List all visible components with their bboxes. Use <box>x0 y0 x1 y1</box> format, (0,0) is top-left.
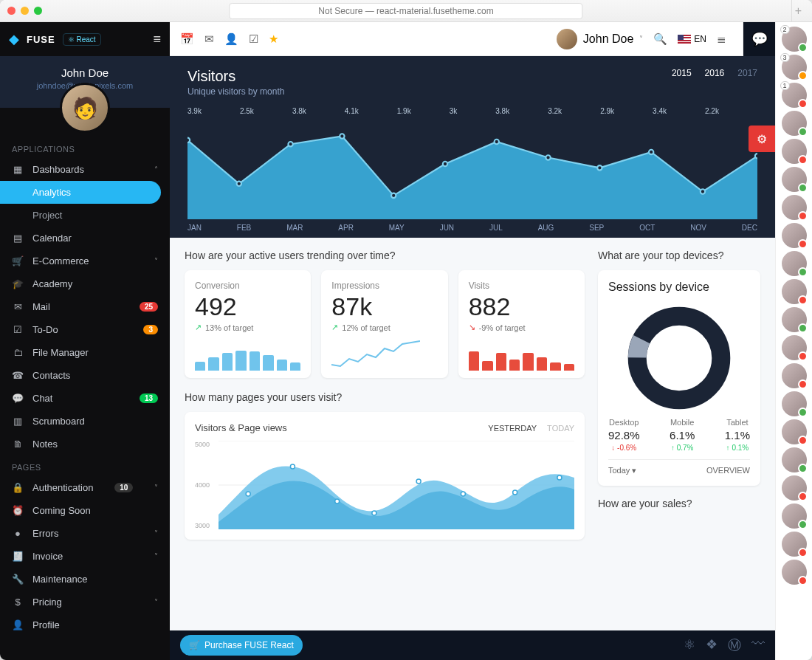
mail-icon[interactable]: ✉ <box>204 32 214 46</box>
year-tabs: 2015 2016 2017 <box>672 68 757 78</box>
checklist-icon[interactable]: ☑ <box>249 32 258 46</box>
sidebar-item-invoice[interactable]: 🧾Invoice˅ <box>0 545 170 568</box>
contact-avatar[interactable] <box>782 223 807 248</box>
sidebar-nav[interactable]: APPLICATIONS ▦Dashboards˄ Analytics Proj… <box>0 137 170 660</box>
contact-avatar[interactable] <box>782 139 807 164</box>
month-label: FEB <box>237 224 251 232</box>
nav-label: Profile <box>32 619 60 630</box>
contact-avatar[interactable] <box>782 532 807 557</box>
sidebar-item-academy[interactable]: 🎓Academy <box>0 272 170 295</box>
contact-avatar[interactable]: 3 <box>782 55 807 80</box>
contact-avatar[interactable] <box>782 560 807 585</box>
tab-2015[interactable]: 2015 <box>672 68 692 78</box>
dashboard-icon: ▦ <box>12 164 24 175</box>
sidebar-item-mail[interactable]: ✉Mail25 <box>0 295 170 318</box>
contact-avatar[interactable] <box>782 195 807 220</box>
contact-avatar[interactable] <box>782 447 807 472</box>
sidebar-item-maintenance[interactable]: 🔧Maintenance <box>0 568 170 591</box>
contact-avatar[interactable] <box>782 307 807 332</box>
traffic-lights[interactable] <box>7 7 42 15</box>
contact-avatar[interactable] <box>782 335 807 360</box>
month-label: OCT <box>639 224 655 232</box>
sidebar-item-authentication[interactable]: 🔒Authentication10˅ <box>0 476 170 499</box>
contact-avatar[interactable]: 2 <box>782 27 807 52</box>
purchase-button[interactable]: 🛒Purchase FUSE React <box>180 635 303 656</box>
tab-2016[interactable]: 2016 <box>705 68 725 78</box>
sidebar-item-project[interactable]: Project <box>0 204 170 227</box>
contacts-icon[interactable]: 👤 <box>224 32 238 46</box>
device-label: Desktop <box>608 418 640 427</box>
chat-panel-toggle[interactable]: 💬 <box>743 22 775 56</box>
device-label: Tablet <box>725 418 750 427</box>
value-label: 3k <box>450 107 458 115</box>
contact-avatar[interactable] <box>782 503 807 529</box>
language-switcher[interactable]: EN <box>678 34 706 44</box>
search-icon[interactable]: 🔍 <box>653 32 667 46</box>
avatar[interactable]: 🧑 <box>60 83 110 133</box>
react-logo-icon: ⚛ <box>684 636 695 654</box>
sidebar-item-dashboards[interactable]: ▦Dashboards˄ <box>0 158 170 181</box>
trend-down-icon: ↘ <box>469 323 475 332</box>
device-delta: ↑ 0.1% <box>725 444 750 452</box>
contact-avatar[interactable] <box>782 475 807 501</box>
range-selector[interactable]: Today ▾ <box>608 466 636 475</box>
nav-category-applications: APPLICATIONS <box>0 137 170 158</box>
sidebar-item-todo[interactable]: ☑To-Do3 <box>0 318 170 341</box>
sidebar-item-pricing[interactable]: $Pricing˅ <box>0 591 170 613</box>
contacts-rail[interactable]: 2 3 1 <box>775 22 812 660</box>
contact-avatar[interactable] <box>782 391 807 416</box>
nav-label: To-Do <box>32 324 58 335</box>
overview-link[interactable]: OVERVIEW <box>706 466 750 475</box>
contact-avatar[interactable] <box>782 111 807 136</box>
contact-avatar[interactable] <box>782 167 807 192</box>
contact-avatar[interactable] <box>782 251 807 276</box>
sidebar: ◆ FUSE ⚛ React ≡ John Doe johndoe@within… <box>0 22 170 660</box>
theme-settings-icon[interactable]: ⚙ <box>749 126 775 152</box>
contact-avatar[interactable] <box>782 419 807 444</box>
sidebar-item-notes[interactable]: 🗎Notes <box>0 433 170 456</box>
tab-2017[interactable]: 2017 <box>737 68 757 78</box>
sidebar-item-calendar[interactable]: ▤Calendar <box>0 227 170 250</box>
user-menu[interactable]: John Doe ˅ <box>557 29 644 49</box>
contact-avatar[interactable] <box>782 279 807 304</box>
close-window-icon[interactable] <box>7 7 16 15</box>
tab-today[interactable]: TODAY <box>547 424 574 433</box>
mail-icon: ✉ <box>12 301 24 312</box>
svg-point-8 <box>597 165 602 170</box>
app-footer: 🛒Purchase FUSE React ⚛ ❖ Ⓜ 〰 <box>170 630 775 660</box>
svg-point-6 <box>495 140 499 144</box>
contact-avatar[interactable]: 1 <box>782 83 807 108</box>
tab-yesterday[interactable]: YESTERDAY <box>488 424 537 433</box>
sidebar-brand: ◆ FUSE ⚛ React ≡ <box>0 22 170 56</box>
month-label: MAY <box>389 224 405 232</box>
check-icon: ☑ <box>12 324 24 335</box>
nav-label: Notes <box>32 439 58 450</box>
sidebar-item-contacts[interactable]: ☎Contacts <box>0 364 170 387</box>
fuse-logo-icon: ◆ <box>9 31 19 47</box>
value-label: 3.8k <box>292 107 306 115</box>
sidebar-item-errors[interactable]: ●Errors˅ <box>0 522 170 545</box>
calendar-today-icon[interactable]: 📅 <box>180 32 194 46</box>
sidebar-item-chat[interactable]: 💬Chat13 <box>0 387 170 410</box>
sidebar-user-card: John Doe johndoe@withinpixels.com 🧑 <box>0 56 170 108</box>
contact-avatar[interactable] <box>782 363 807 388</box>
sidebar-item-profile[interactable]: 👤Profile <box>0 613 170 636</box>
maximize-window-icon[interactable] <box>34 7 42 15</box>
new-tab-button[interactable]: + <box>791 0 805 21</box>
nav-label: Errors <box>32 528 58 539</box>
hamburger-icon[interactable]: ≡ <box>153 32 161 47</box>
star-icon[interactable]: ★ <box>269 32 278 46</box>
nav-label: Pricing <box>32 597 62 608</box>
sidebar-item-scrumboard[interactable]: ▥Scrumboard <box>0 410 170 433</box>
sidebar-item-ecommerce[interactable]: 🛒E-Commerce˅ <box>0 250 170 272</box>
address-bar[interactable]: Not Secure — react-material.fusetheme.co… <box>229 3 582 19</box>
sidebar-item-filemanager[interactable]: 🗀File Manager <box>0 341 170 364</box>
visitors-chart: 3.9k2.5k3.8k4.1k1.9k3k3.8k3.2k2.9k3.4k2.… <box>187 109 757 219</box>
person-icon: 👤 <box>12 619 24 630</box>
value-label: 4.1k <box>345 107 359 115</box>
sidebar-item-coming-soon[interactable]: ⏰Coming Soon <box>0 499 170 522</box>
browser-titlebar: Not Secure — react-material.fusetheme.co… <box>0 0 812 22</box>
minimize-window-icon[interactable] <box>21 7 29 15</box>
list-icon[interactable]: ≣ <box>717 32 726 46</box>
sidebar-item-analytics[interactable]: Analytics <box>0 181 161 204</box>
